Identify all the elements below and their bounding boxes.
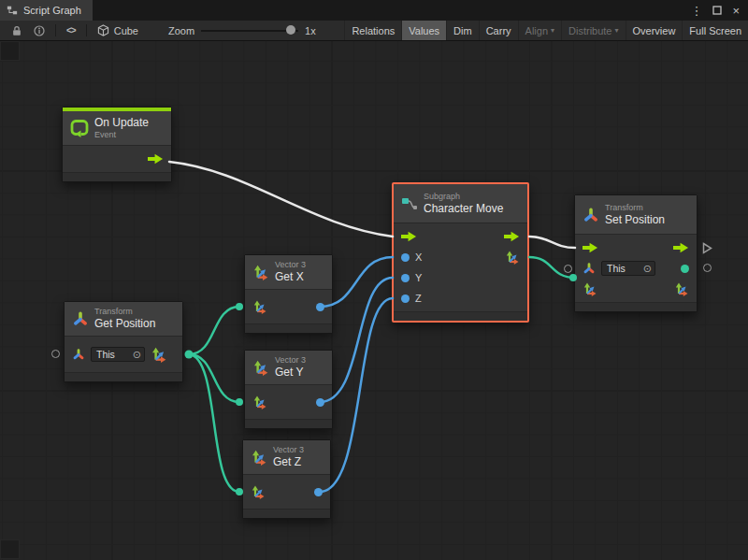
node-title: On Update [94,116,149,129]
lock-button[interactable] [6,21,28,40]
button-label: Full Screen [689,25,741,36]
node-get-y[interactable]: Vector 3 Get Y [244,350,333,429]
node-footer [243,509,330,518]
vector3-output-port-icon[interactable] [151,346,167,363]
float-output-port[interactable] [316,303,324,311]
node-title: Get Position [94,317,155,330]
fullscreen-button[interactable]: Full Screen [682,21,748,40]
flow-input-port[interactable] [401,231,417,242]
node-set-position[interactable]: Transform Set Position This ⊙ [574,194,698,312]
node-footer [65,372,182,381]
node-character-move[interactable]: Subgraph Character Move X Y Z [392,182,529,323]
kebab-menu-icon[interactable]: ⋮ [690,5,702,17]
button-label: Relations [352,25,395,36]
values-button[interactable]: Values [401,21,446,40]
cube-icon [97,24,109,36]
node-subtitle: Event [94,130,149,140]
titlebar: Script Graph ⋮ × [0,0,748,21]
graph-name: Cube [114,25,138,36]
flow-input-port[interactable] [583,242,598,253]
node-footer [394,311,527,321]
node-title: Get Z [273,455,304,468]
node-footer [63,172,171,181]
window-controls: ⋮ × [690,5,748,17]
toolbar-separator [55,24,56,36]
tab-title: Script Graph [23,5,81,16]
button-label: Values [409,25,439,36]
vector3-output-port-icon[interactable] [505,250,520,265]
carry-button[interactable]: Carry [479,21,518,40]
info-icon [34,25,45,36]
button-label: Distribute [568,25,611,36]
this-object-field[interactable]: This ⊙ [91,347,145,362]
node-footer [245,323,332,333]
overview-button[interactable]: Overview [626,21,683,40]
vector3-icon [252,264,269,280]
get-position-this-port[interactable] [51,350,60,358]
code-icon: <> [66,25,76,36]
zoom-slider[interactable] [201,21,298,40]
object-picker-icon[interactable]: ⊙ [640,264,652,274]
align-button[interactable]: Align▾ [518,21,561,40]
transform-icon [72,310,89,327]
caret-down-icon: ▾ [615,26,619,35]
object-picker-icon[interactable]: ⊙ [129,350,141,360]
set-position-flow-out-port[interactable] [702,242,712,254]
relations-button[interactable]: Relations [344,21,401,40]
set-position-this-port[interactable] [564,265,572,273]
event-icon [70,119,89,137]
flow-output-port[interactable] [673,242,689,253]
inspect-button[interactable] [28,21,50,40]
flow-output-port[interactable] [148,153,164,165]
set-position-value-out-port[interactable] [703,264,712,272]
vector3-input-port-icon[interactable] [251,484,266,499]
float-output-port[interactable] [316,398,324,407]
script-graph-window: Script Graph ⋮ × <> Cube Zoom 1x Relatio… [0,0,748,560]
edit-script-button[interactable]: <> [61,21,81,40]
zoom-label: Zoom [168,25,194,36]
subgraph-icon [401,195,418,212]
vector3-input-port-icon[interactable] [252,395,267,409]
vector3-port-icon[interactable] [674,281,689,296]
lock-icon [11,25,22,36]
node-on-update[interactable]: On Update Event [62,107,172,182]
vector3-icon [252,359,269,376]
z-input-port[interactable] [401,294,410,303]
dim-button[interactable]: Dim [446,21,479,40]
script-graph-icon [7,5,18,16]
node-category: Subgraph [424,192,503,202]
node-category: Vector 3 [275,355,306,366]
y-input-port[interactable] [401,274,410,282]
vector3-input-port-icon[interactable] [583,281,597,296]
this-field-value: This [96,349,115,360]
canvas-corner-tile [0,41,20,61]
distribute-button[interactable]: Distribute▾ [561,21,625,40]
button-label: Carry [486,25,511,36]
vector3-output-port[interactable] [681,265,689,273]
node-category: Vector 3 [273,445,304,455]
x-input-port[interactable] [401,253,410,262]
toolbar-separator [86,24,87,36]
zoom-group: Zoom 1x [168,21,316,40]
vector3-input-port-icon[interactable] [252,299,267,314]
canvas-corner-tile [0,539,20,559]
this-object-field[interactable]: This ⊙ [601,261,655,276]
port-label-y: Y [415,272,422,283]
node-get-position[interactable]: Transform Get Position This ⊙ [64,301,183,382]
node-get-z[interactable]: Vector 3 Get Z [242,439,331,519]
graph-breadcrumb-cube[interactable]: Cube [92,21,144,40]
flow-output-port[interactable] [504,231,520,242]
node-title: Get Y [275,366,306,379]
zoom-slider-track [201,30,298,32]
node-category: Transform [605,203,665,213]
port-label-x: X [415,251,422,263]
zoom-value: 1x [305,25,316,36]
button-label: Align [525,25,548,36]
node-get-x[interactable]: Vector 3 Get X [244,254,333,334]
transform-icon [583,262,596,275]
close-icon[interactable]: × [732,5,740,17]
maximize-icon[interactable] [712,6,722,15]
float-output-port[interactable] [314,488,323,496]
zoom-slider-knob[interactable] [286,25,295,35]
tab-script-graph[interactable]: Script Graph [0,0,93,21]
